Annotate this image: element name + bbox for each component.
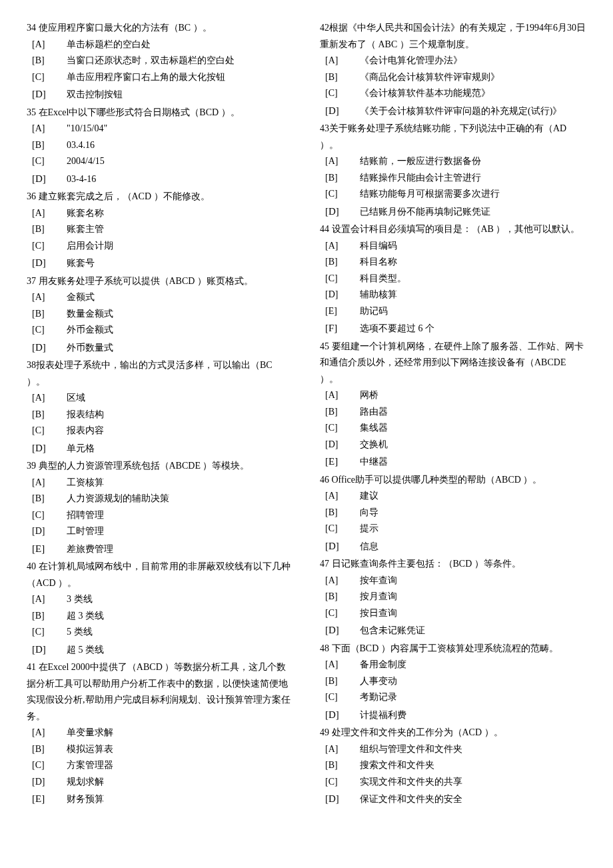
option-text: 备用金制度 xyxy=(360,657,406,673)
option-key: [B] xyxy=(32,491,67,507)
option-text: 中继器 xyxy=(360,454,388,471)
option-text: 数量金额式 xyxy=(67,306,113,323)
question-block: 47 日记账查询条件主要包括：（BCD ）等条件。[A]按年查询[B]按月查询[… xyxy=(320,556,586,639)
option-text: 2004/4/15 xyxy=(67,153,105,170)
option-key: [C] xyxy=(325,774,360,791)
question-block: 37 用友账务处理子系统可以提供（ABCD ）账页格式。[A]金额式[B]数量金… xyxy=(27,273,293,357)
option-key: [E] xyxy=(32,540,67,557)
option-text: 建议 xyxy=(360,488,378,505)
option-text: 03-4-16 xyxy=(67,171,96,188)
option-row: [A]工资核算 xyxy=(27,475,293,491)
option-text: 当窗口还原状态时，双击标题栏的空白处 xyxy=(67,53,235,69)
option-key: [C] xyxy=(325,186,360,203)
question-stem: 报表处理子系统中，输出的方式灵活多样，可以输出（BC ）。 xyxy=(27,360,273,387)
option-text: 账套号 xyxy=(67,255,95,272)
option-key: [C] xyxy=(32,153,67,170)
option-text: 搜索文件和文件夹 xyxy=(360,757,434,774)
question-text: 47 日记账查询条件主要包括：（BCD ）等条件。 xyxy=(320,556,586,573)
question-text: 38报表处理子系统中，输出的方式灵活多样，可以输出（BC ）。 xyxy=(27,357,293,390)
option-row: [C]实现文件和文件夹的共享 xyxy=(320,774,586,791)
option-row: [A]账套名称 xyxy=(27,205,293,222)
option-row: [A]单击标题栏的空白处 xyxy=(27,37,293,53)
option-row: [A]建议 xyxy=(320,488,586,505)
question-block: 35 在Excel中以下哪些形式符合日期格式（BCD ）。[A]"10/15/0… xyxy=(27,105,293,188)
option-row: [E]财务预算 xyxy=(27,790,293,808)
option-key: [D] xyxy=(325,621,360,639)
question-number: 47 xyxy=(320,559,329,569)
option-text: 按年查询 xyxy=(360,573,397,589)
option-row: [D]已结账月份不能再填制记账凭证 xyxy=(320,203,586,221)
option-key: [D] xyxy=(325,537,360,555)
option-key: [A] xyxy=(32,289,67,306)
option-row: [B]报表结构 xyxy=(27,407,293,423)
option-row: [B]超 3 类线 xyxy=(27,608,293,625)
option-row: [B]路由器 xyxy=(320,404,586,421)
option-key: [E] xyxy=(32,790,67,807)
option-text: 规划求解 xyxy=(67,774,104,791)
option-key: [B] xyxy=(325,757,360,774)
option-row: [A]结账前，一般应进行数据备份 xyxy=(320,153,586,170)
option-text: 结账前，一般应进行数据备份 xyxy=(360,153,481,170)
option-row: [B]03.4.16 xyxy=(27,137,293,154)
option-key: [C] xyxy=(325,605,360,622)
option-text: 账套主管 xyxy=(67,221,104,238)
question-stem: 使应用程序窗口最大化的方法有（BC ）。 xyxy=(39,23,212,33)
question-text: 35 在Excel中以下哪些形式符合日期格式（BCD ）。 xyxy=(27,105,293,121)
option-key: [C] xyxy=(32,238,67,255)
option-row: [D]账套号 xyxy=(27,254,293,272)
question-text: 41 在Excel 2000中提供了（ABCD ）等数据分析工具，这几个数据分析… xyxy=(27,659,293,725)
question-text: 45 要组建一个计算机网络，在硬件上除了服务器、工作站、网卡和通信介质以外，还经… xyxy=(320,339,586,388)
option-key: [D] xyxy=(325,287,360,303)
option-text: 向导 xyxy=(360,505,378,521)
option-text: 超 3 类线 xyxy=(67,608,104,625)
option-key: [D] xyxy=(32,523,67,540)
question-block: 34 使应用程序窗口最大化的方法有（BC ）。[A]单击标题栏的空白处[B]当窗… xyxy=(27,20,293,103)
question-number: 36 xyxy=(27,191,36,201)
option-key: [D] xyxy=(32,339,67,356)
option-key: [D] xyxy=(325,706,360,723)
option-key: [F] xyxy=(325,319,360,337)
question-stem: 在Excel 2000中提供了（ABCD ）等数据分析工具，这几个数据分析工具可… xyxy=(27,662,291,721)
question-block: 38报表处理子系统中，输出的方式灵活多样，可以输出（BC ）。[A]区域[B]报… xyxy=(27,357,293,457)
option-row: [C]结账功能每月可根据需要多次进行 xyxy=(320,186,586,203)
option-row: [A]《会计电算化管理办法》 xyxy=(320,53,586,69)
question-stem: 典型的人力资源管理系统包括（ABCDE ）等模块。 xyxy=(39,461,250,471)
option-text: 5 类线 xyxy=(67,624,93,641)
option-text: 人力资源规划的辅助决策 xyxy=(67,491,169,507)
option-text: 单元格 xyxy=(67,441,95,457)
option-text: 按日查询 xyxy=(360,605,397,622)
option-key: [B] xyxy=(32,306,67,323)
option-text: 工资核算 xyxy=(67,475,104,491)
question-stem: 根据《中华人民共和国会计法》的有关规定，于1994年6月30日重新发布了（ AB… xyxy=(320,23,586,49)
question-block: 45 要组建一个计算机网络，在硬件上除了服务器、工作站、网卡和通信介质以外，还经… xyxy=(320,339,586,471)
option-text: 结账功能每月可根据需要多次进行 xyxy=(360,186,500,203)
option-row: [E]中继器 xyxy=(320,453,586,471)
option-row: [C]报表内容 xyxy=(27,423,293,439)
question-number: 49 xyxy=(320,727,329,737)
option-key: [C] xyxy=(325,521,360,537)
question-block: 43关于账务处理子系统结账功能，下列说法中正确的有（AD ）。[A]结账前，一般… xyxy=(320,121,586,220)
option-row: [B]模拟运算表 xyxy=(27,741,293,758)
question-text: 48 下面（BCD ）内容属于工资核算处理系统流程的范畴。 xyxy=(320,641,586,657)
option-row: [C]启用会计期 xyxy=(27,238,293,255)
option-text: "10/15/04" xyxy=(67,121,107,137)
option-key: [B] xyxy=(32,741,67,758)
option-text: 提示 xyxy=(360,521,378,537)
question-block: 48 下面（BCD ）内容属于工资核算处理系统流程的范畴。[A]备用金制度[B]… xyxy=(320,641,586,724)
option-text: 已结账月份不能再填制记账凭证 xyxy=(360,204,490,221)
option-text: 辅助核算 xyxy=(360,287,397,303)
option-text: 单击应用程序窗口右上角的最大化按钮 xyxy=(67,69,225,86)
document-body: 34 使应用程序窗口最大化的方法有（BC ）。[A]单击标题栏的空白处[B]当窗… xyxy=(27,20,586,847)
question-number: 35 xyxy=(27,107,36,117)
option-row: [C]提示 xyxy=(320,521,586,537)
question-block: 41 在Excel 2000中提供了（ABCD ）等数据分析工具，这几个数据分析… xyxy=(27,659,293,808)
option-key: [A] xyxy=(325,573,360,589)
option-row: [A]按年查询 xyxy=(320,573,586,589)
option-key: [B] xyxy=(325,254,360,271)
question-number: 43 xyxy=(320,123,329,133)
question-stem: 建立账套完成之后，（ACD ）不能修改。 xyxy=(39,191,210,201)
question-stem: 关于账务处理子系统结账功能，下列说法中正确的有（AD ）。 xyxy=(320,123,566,150)
option-key: [D] xyxy=(32,439,67,457)
option-row: [A]单变量求解 xyxy=(27,725,293,741)
option-key: [A] xyxy=(32,591,67,608)
